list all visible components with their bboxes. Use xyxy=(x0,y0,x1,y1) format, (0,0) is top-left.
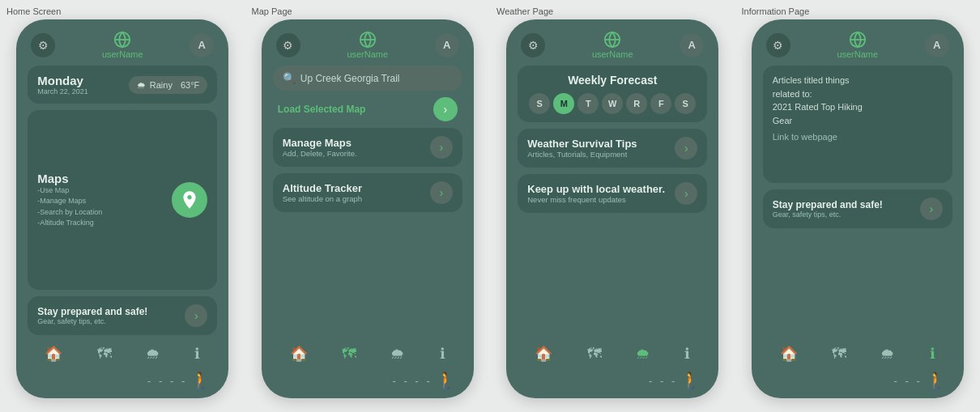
home-day-info: Monday March 22, 2021 xyxy=(37,74,88,96)
walker-icon: 🚶 xyxy=(190,371,211,390)
weather-nav-home[interactable]: 🏠 xyxy=(535,345,552,363)
home-tip-card[interactable]: Stay prepared and safe! Gear, safety tip… xyxy=(28,296,217,335)
rain-icon: 🌧 xyxy=(137,80,146,90)
local-weather-title: Keep up with local weather. xyxy=(527,183,665,195)
info-nav-map[interactable]: 🗺 xyxy=(832,346,846,363)
map-bottom-nav: 🏠 🗺 🌧 ℹ xyxy=(273,342,462,364)
forecast-title: Weekly Forecast xyxy=(527,74,697,87)
load-map-label[interactable]: Load Selected Map xyxy=(278,104,366,115)
home-bottom-nav: 🏠 🗺 🌧 ℹ xyxy=(28,342,217,364)
walker-icon: 🚶 xyxy=(680,371,701,390)
articles-line1: Articles titled things xyxy=(773,75,850,85)
day-S2[interactable]: S xyxy=(675,93,696,114)
map-altitude-info: Altitude Tracker See altitude on a graph xyxy=(283,182,362,203)
home-username: userName xyxy=(102,49,143,59)
map-search-bar[interactable]: 🔍 Up Creek Georgia Trail xyxy=(273,66,462,91)
home-tip-arrow[interactable]: › xyxy=(185,304,207,327)
info-username: userName xyxy=(837,49,878,59)
home-globe-area: userName xyxy=(102,31,143,59)
weather-tips-sub: Articles, Tutorials, Equipment xyxy=(527,150,637,159)
day-T1[interactable]: T xyxy=(577,93,599,114)
info-tip-arrow[interactable]: › xyxy=(920,198,943,220)
map-altitude-card[interactable]: Altitude Tracker See altitude on a graph… xyxy=(273,173,462,212)
weather-avatar-button[interactable]: A xyxy=(680,33,704,57)
walker-dots: - - - xyxy=(649,375,677,387)
weather-nav-map[interactable]: 🗺 xyxy=(587,346,602,363)
home-nav-weather[interactable]: 🌧 xyxy=(146,346,160,363)
info-avatar-button[interactable]: A xyxy=(925,33,949,57)
home-weather-card: Monday March 22, 2021 🌧 Rainy 63°F xyxy=(28,66,217,104)
weather-top-bar: ⚙ userName A xyxy=(518,31,707,59)
home-settings-button[interactable]: ⚙ xyxy=(31,33,55,57)
info-tip-card[interactable]: Stay prepared and safe! Gear, safety tip… xyxy=(763,189,952,228)
weather-nav-info[interactable]: ℹ xyxy=(684,345,690,363)
map-manage-maps-card[interactable]: Manage Maps Add, Delete, Favorite. › xyxy=(273,128,462,167)
map-top-bar: ⚙ userName A xyxy=(273,31,462,59)
weather-nav-weather[interactable]: 🌧 xyxy=(636,346,650,363)
info-nav-home[interactable]: 🏠 xyxy=(780,345,798,363)
map-nav-map[interactable]: 🗺 xyxy=(342,346,356,363)
walker-dots: - - - - xyxy=(147,375,187,387)
home-nav-home[interactable]: 🏠 xyxy=(45,345,62,363)
info-screen-label: Information Page xyxy=(740,6,810,16)
home-map-pin-icon xyxy=(172,182,207,218)
info-tip-sub: Gear, safety tips, etc. xyxy=(773,210,883,219)
load-map-button[interactable]: › xyxy=(433,97,458,121)
map-search-text: Up Creek Georgia Trail xyxy=(300,73,400,84)
home-nav-map[interactable]: 🗺 xyxy=(97,346,112,363)
home-phone-frame: ⚙ userName A Monday March 22, 2021 🌧 Ra xyxy=(16,19,228,398)
weather-tips-arrow[interactable]: › xyxy=(675,137,697,159)
home-avatar-button[interactable]: A xyxy=(190,33,214,57)
search-icon: 🔍 xyxy=(283,72,296,84)
day-R[interactable]: R xyxy=(626,93,647,114)
info-tip-info: Stay prepared and safe! Gear, safety tip… xyxy=(773,199,883,219)
map-nav-info[interactable]: ℹ xyxy=(440,345,445,363)
map-nav-home[interactable]: 🏠 xyxy=(290,345,308,363)
weather-tips-card[interactable]: Weather Survival Tips Articles, Tutorial… xyxy=(518,129,707,168)
day-M[interactable]: M xyxy=(553,93,574,114)
map-settings-button[interactable]: ⚙ xyxy=(276,33,300,57)
home-maps-text: Maps -Use Map-Manage Maps-Search by Loca… xyxy=(37,172,102,229)
map-globe-area: userName xyxy=(347,31,388,59)
day-F[interactable]: F xyxy=(650,93,671,114)
articles-line2: related to: xyxy=(773,89,812,99)
home-maps-card[interactable]: Maps -Use Map-Manage Maps-Search by Loca… xyxy=(28,110,217,290)
home-nav-info[interactable]: ℹ xyxy=(194,345,200,363)
globe-icon xyxy=(603,31,621,49)
info-settings-button[interactable]: ⚙ xyxy=(766,33,790,57)
map-nav-weather[interactable]: 🌧 xyxy=(390,346,405,363)
info-articles-text: Articles titled things related to: 2021 … xyxy=(773,74,943,127)
altitude-arrow[interactable]: › xyxy=(430,181,453,204)
weather-username: userName xyxy=(592,49,633,59)
day-circles: S M T W R F S xyxy=(527,93,697,114)
altitude-sub: See altitude on a graph xyxy=(283,194,362,203)
walker-dots: - - - - xyxy=(393,375,432,387)
manage-maps-title: Manage Maps xyxy=(283,137,357,149)
manage-maps-arrow[interactable]: › xyxy=(430,136,453,159)
weather-settings-button[interactable]: ⚙ xyxy=(521,33,545,57)
local-weather-arrow[interactable]: › xyxy=(675,182,697,205)
weather-walker-area: - - - 🚶 xyxy=(518,371,707,390)
weather-tips-title: Weather Survival Tips xyxy=(527,138,637,150)
local-weather-card[interactable]: Keep up with local weather. Never miss f… xyxy=(518,174,707,213)
avatar-label: A xyxy=(443,39,450,51)
day-W[interactable]: W xyxy=(602,93,623,114)
weather-tips-info: Weather Survival Tips Articles, Tutorial… xyxy=(527,138,637,159)
info-link-text[interactable]: Link to webpage xyxy=(773,132,943,142)
day-S1[interactable]: S xyxy=(529,93,550,114)
avatar-label: A xyxy=(198,39,206,51)
articles-line3: 2021 Rated Top Hiking xyxy=(773,102,863,112)
gear-icon: ⚙ xyxy=(773,39,783,52)
home-screen-label: Home Screen xyxy=(5,6,61,16)
info-walker-area: - - - 🚶 xyxy=(763,371,952,390)
map-screen-label: Map Page xyxy=(250,6,292,16)
map-avatar-button[interactable]: A xyxy=(435,33,459,57)
info-nav-info[interactable]: ℹ xyxy=(930,345,935,363)
local-weather-info: Keep up with local weather. Never miss f… xyxy=(527,183,665,204)
home-screen-section: Home Screen ⚙ userName A Monday March 22… xyxy=(0,0,245,412)
map-manage-maps-info: Manage Maps Add, Delete, Favorite. xyxy=(283,137,357,158)
info-nav-weather[interactable]: 🌧 xyxy=(880,346,895,363)
home-top-bar: ⚙ userName A xyxy=(28,31,217,59)
home-tip-info: Stay prepared and safe! Gear, safety tip… xyxy=(37,306,147,325)
map-load-row: Load Selected Map › xyxy=(273,97,462,121)
